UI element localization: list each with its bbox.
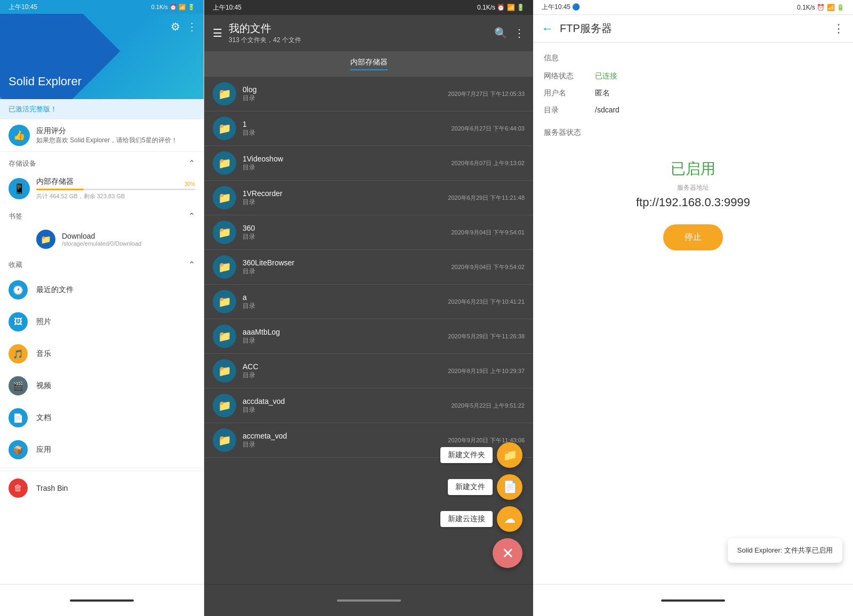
ftp-address-label: 服务器地址 bbox=[554, 183, 832, 192]
file-item-1vrecorder[interactable]: 📁 1VRecorder 目录 2020年6月29日 下午11:21:48 bbox=[204, 181, 533, 215]
file-date: 2020年9月04日 下午9:54:02 bbox=[451, 263, 525, 271]
folder-icon: 📁 bbox=[213, 359, 236, 383]
ftp-network-row: 网络状态 已连接 bbox=[544, 71, 842, 81]
file-item-aaamtblog[interactable]: 📁 aaaMtbLog 目录 2020年5月29日 下午11:26:38 bbox=[204, 319, 533, 354]
ftp-notification-toast: Solid Explorer: 文件共享已启用 bbox=[728, 538, 842, 563]
file-name: accdata_vod bbox=[243, 397, 445, 406]
ftp-home-indicator bbox=[661, 599, 725, 602]
sidebar-status-right: 0.1K/s ⏰ 📶 🔋 bbox=[151, 4, 195, 11]
rating-item[interactable]: 👍 应用评分 如果您喜欢 Solid Explorer，请给我们5星的评价！ bbox=[0, 119, 204, 152]
bookmarks-collapse-icon[interactable]: ⌃ bbox=[188, 211, 195, 221]
sidebar-item-photos[interactable]: 🖼 照片 bbox=[0, 306, 204, 338]
new-file-fab[interactable]: 📄 bbox=[497, 474, 522, 500]
ftp-status-indicator: 🔵 bbox=[572, 3, 580, 11]
rating-icon: 👍 bbox=[9, 125, 30, 146]
file-item-1[interactable]: 📁 1 目录 2020年6月27日 下午6:44:03 bbox=[204, 111, 533, 146]
internal-storage-item[interactable]: 📱 内部存储器 30% 共计 464.52 GB，剩余 323.83 GB bbox=[0, 173, 204, 205]
ftp-directory-row: 目录 /sdcard bbox=[544, 106, 842, 115]
file-item-a[interactable]: 📁 a 目录 2020年6月23日 下午10:41:21 bbox=[204, 285, 533, 319]
file-item-360[interactable]: 📁 360 目录 2020年9月04日 下午9:54:01 bbox=[204, 215, 533, 250]
folder-icon: 📁 bbox=[213, 394, 236, 417]
new-cloud-label[interactable]: 新建云连接 bbox=[440, 511, 493, 527]
files-subtitle: 313 个文件夹，42 个文件 bbox=[229, 36, 488, 45]
file-date: 2020年6月27日 下午6:44:03 bbox=[451, 125, 525, 133]
ftp-username-value: 匿名 bbox=[595, 88, 610, 98]
download-name: Download bbox=[62, 232, 141, 240]
sidebar-more-icon[interactable]: ⋮ bbox=[187, 20, 197, 33]
fab-main-close[interactable]: ✕ bbox=[493, 538, 522, 568]
photos-icon: 🖼 bbox=[9, 312, 28, 331]
sidebar-item-recent[interactable]: 🕐 最近的文件 bbox=[0, 274, 204, 306]
recent-files-label: 最近的文件 bbox=[36, 285, 74, 295]
hamburger-menu-icon[interactable]: ☰ bbox=[213, 27, 222, 39]
apps-icon: 📦 bbox=[9, 440, 28, 459]
sidebar-item-apps[interactable]: 📦 应用 bbox=[0, 434, 204, 466]
files-header: ☰ 我的文件 313 个文件夹，42 个文件 🔍 ⋮ bbox=[204, 15, 533, 51]
download-folder-icon: 📁 bbox=[36, 230, 55, 249]
folder-icon: 📁 bbox=[213, 290, 236, 313]
storage-pct: 30% bbox=[184, 181, 195, 187]
storage-collapse-icon[interactable]: ⌃ bbox=[188, 158, 195, 168]
file-item-acc[interactable]: 📁 ACC 目录 2020年8月19日 上午10:29:37 bbox=[204, 354, 533, 388]
new-cloud-speed-item: 新建云连接 ☁ bbox=[440, 506, 522, 532]
storage-bar-fill bbox=[36, 189, 84, 190]
fab-container: 新建文件夹 📁 新建文件 📄 新建云连接 ☁ ✕ bbox=[440, 442, 522, 568]
sidebar-status-time: 上午10:45 bbox=[9, 3, 37, 12]
storage-device-icon: 📱 bbox=[9, 178, 30, 199]
ftp-server-status-title: 服务器状态 bbox=[544, 128, 842, 137]
apps-label: 应用 bbox=[36, 445, 51, 455]
ftp-network-value: 已连接 bbox=[595, 71, 617, 81]
new-file-label[interactable]: 新建文件 bbox=[448, 479, 493, 495]
files-search-icon[interactable]: 🔍 bbox=[494, 27, 508, 39]
bookmarks-section-header: 书签 ⌃ bbox=[0, 205, 204, 225]
internal-storage-tab[interactable]: 内部存储器 bbox=[350, 58, 388, 70]
sidebar-item-trash[interactable]: 🗑 Trash Bin bbox=[0, 471, 204, 505]
files-more-icon[interactable]: ⋮ bbox=[514, 27, 525, 39]
favorites-title: 收藏 bbox=[9, 260, 22, 270]
new-folder-label[interactable]: 新建文件夹 bbox=[440, 447, 493, 463]
ftp-bottom-bar bbox=[533, 584, 853, 616]
file-type: 目录 bbox=[243, 232, 445, 241]
files-home-indicator bbox=[337, 599, 401, 602]
file-type: 目录 bbox=[243, 94, 441, 103]
storage-section-title: 存储设备 bbox=[9, 159, 36, 168]
file-type: 目录 bbox=[243, 128, 445, 137]
trash-icon: 🗑 bbox=[9, 479, 28, 498]
file-type: 目录 bbox=[243, 336, 441, 345]
new-folder-fab[interactable]: 📁 bbox=[497, 442, 522, 468]
file-item-accdata-vod[interactable]: 📁 accdata_vod 目录 2020年5月22日 上午9:51:22 bbox=[204, 388, 533, 423]
file-type: 目录 bbox=[243, 302, 441, 311]
bookmarks-title: 书签 bbox=[9, 212, 22, 221]
file-item-0log[interactable]: 📁 0log 目录 2020年7月27日 下午12:05:33 bbox=[204, 77, 533, 111]
file-type: 目录 bbox=[243, 371, 441, 380]
ftp-directory-value: /sdcard bbox=[595, 106, 619, 115]
file-date: 2020年6月23日 下午10:41:21 bbox=[448, 298, 525, 306]
download-bookmark-item[interactable]: 📁 Download /storage/emulated/0/Download bbox=[0, 225, 204, 253]
storage-name: 内部存储器 bbox=[36, 177, 195, 187]
file-name: 1Videoshow bbox=[243, 155, 445, 163]
new-cloud-fab[interactable]: ☁ bbox=[497, 506, 522, 532]
storage-section-header: 存储设备 ⌃ bbox=[0, 152, 204, 173]
back-button[interactable]: ← bbox=[542, 22, 553, 36]
file-date: 2020年9月04日 下午9:54:01 bbox=[451, 229, 525, 237]
settings-icon[interactable]: ⚙ bbox=[171, 20, 180, 33]
ftp-stop-button[interactable]: 停止 bbox=[663, 224, 723, 250]
file-name: 1 bbox=[243, 120, 445, 128]
sidebar-item-music[interactable]: 🎵 音乐 bbox=[0, 338, 204, 370]
file-item-360litebrowser[interactable]: 📁 360LiteBrowser 目录 2020年9月04日 下午9:54:02 bbox=[204, 250, 533, 285]
ftp-more-icon[interactable]: ⋮ bbox=[833, 22, 844, 36]
favorites-collapse-icon[interactable]: ⌃ bbox=[188, 260, 195, 270]
file-name: 360LiteBrowser bbox=[243, 258, 445, 267]
file-name: 0log bbox=[243, 85, 441, 94]
ftp-info-section-title: 信息 bbox=[544, 53, 842, 63]
ftp-status-time: 上午10:45 🔵 bbox=[542, 3, 580, 12]
video-label: 视频 bbox=[36, 381, 51, 391]
file-type: 目录 bbox=[243, 440, 441, 449]
file-item-1videoshow[interactable]: 📁 1Videoshow 目录 2020年6月07日 上午9:13:02 bbox=[204, 146, 533, 181]
sidebar-item-video[interactable]: 🎬 视频 bbox=[0, 370, 204, 402]
file-date: 2020年6月07日 上午9:13:02 bbox=[451, 159, 525, 167]
sidebar-item-docs[interactable]: 📄 文档 bbox=[0, 402, 204, 434]
file-type: 目录 bbox=[243, 198, 441, 207]
folder-icon: 📁 bbox=[213, 117, 236, 140]
files-panel: 上午10:45 0.1K/s ⏰ 📶 🔋 ☰ 我的文件 313 个文件夹，42 … bbox=[204, 0, 533, 616]
